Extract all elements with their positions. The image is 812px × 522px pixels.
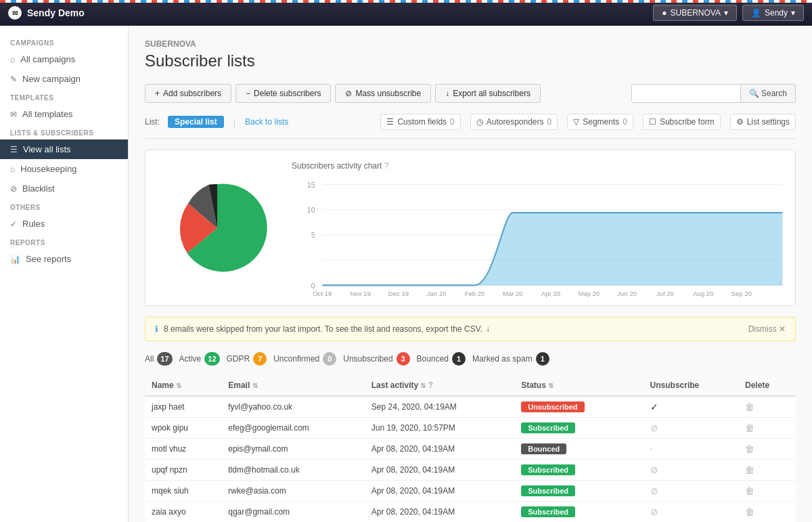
rules-icon: ✓ xyxy=(10,219,17,229)
svg-text:5: 5 xyxy=(311,231,315,239)
cell-delete[interactable]: 🗑 xyxy=(738,418,796,439)
brand-name: Sendy Demo xyxy=(27,7,85,18)
cell-unsubscribe[interactable]: - xyxy=(644,439,738,460)
add-subscribers-button[interactable]: + Add subscribers xyxy=(145,84,231,103)
tab-active[interactable]: Active 12 xyxy=(179,352,220,366)
svg-text:Jul 20: Jul 20 xyxy=(656,290,673,297)
custom-fields-button[interactable]: ☰ Custom fields 0 xyxy=(380,114,460,130)
trash-icon[interactable]: 🗑 xyxy=(745,443,754,454)
col-email: Email ⇅ xyxy=(221,375,365,396)
nav-right: ● SUBERNOVA ▾ 👤 Sendy ▾ xyxy=(653,5,804,21)
cell-last-activity: Apr 08, 2020, 04:19AM xyxy=(365,502,514,523)
segments-button[interactable]: ▽ Segments 0 xyxy=(567,114,633,130)
tab-gdpr[interactable]: GDPR 7 xyxy=(227,352,267,366)
cell-name: jaxp haet xyxy=(145,396,221,418)
sidebar-section-reports: Reports 📊 See reports xyxy=(0,234,128,269)
mail-icon: ✉ xyxy=(10,110,17,119)
tab-spam[interactable]: Marked as spam 1 xyxy=(472,352,549,366)
user-button[interactable]: 👤 Sendy ▾ xyxy=(742,5,804,21)
chart-help-icon: ? xyxy=(384,161,389,171)
cell-unsubscribe[interactable]: ⊘ xyxy=(644,460,738,481)
svg-text:Jan 20: Jan 20 xyxy=(427,290,447,297)
back-to-lists-link[interactable]: Back to lists xyxy=(245,117,288,127)
cell-last-activity: Sep 24, 2020, 04:19AM xyxy=(365,396,514,418)
cell-name: zaia axyo xyxy=(145,502,221,523)
cell-delete[interactable]: 🗑 xyxy=(738,481,796,502)
sidebar-item-rules[interactable]: ✓ Rules xyxy=(0,214,128,234)
cell-status: Subscribed xyxy=(514,418,643,439)
sidebar-item-label: Housekeeping xyxy=(20,164,76,174)
user-chevron: ▾ xyxy=(791,8,795,18)
line-chart: Subscribers activity chart ? 15 10 5 0 O… xyxy=(292,161,784,295)
cell-status: Bounced xyxy=(514,439,643,460)
export-icon: ↓ xyxy=(445,89,449,98)
block-icon: ⊘ xyxy=(650,464,658,475)
search-icon: 🔍 xyxy=(749,89,759,98)
cell-delete[interactable]: 🗑 xyxy=(738,502,796,523)
tab-bounced[interactable]: Bounced 1 xyxy=(417,352,466,366)
cell-name: mqek siuh xyxy=(145,481,221,502)
minus-icon: − xyxy=(246,89,250,98)
autoresponders-button[interactable]: ◷ Autoresponders 0 xyxy=(470,114,558,130)
sidebar-item-see-reports[interactable]: 📊 See reports xyxy=(0,249,128,269)
tab-unsubscribed-badge: 3 xyxy=(397,352,410,366)
cell-unsubscribe[interactable]: ✓ xyxy=(644,396,738,418)
cell-email: fyvl@yahoo.co.uk xyxy=(221,396,365,418)
sidebar-item-new-campaign[interactable]: ✎ New campaign xyxy=(0,69,128,89)
trash-icon[interactable]: 🗑 xyxy=(745,464,754,475)
sidebar-section-others: Others ✓ Rules xyxy=(0,198,128,234)
account-label: SUBERNOVA xyxy=(671,8,721,18)
mass-unsubscribe-button[interactable]: ⊘ Mass unsubscribe xyxy=(335,84,431,103)
cell-email: tldm@hotmail.co.uk xyxy=(221,460,365,481)
search-button[interactable]: 🔍 Search xyxy=(740,85,795,102)
tab-all[interactable]: All 17 xyxy=(145,352,173,366)
search-input[interactable] xyxy=(632,85,740,102)
export-button[interactable]: ↓ Export all subscribers xyxy=(435,84,541,103)
delete-subscribers-button[interactable]: − Delete subscribers xyxy=(235,84,331,103)
list-settings-button[interactable]: ⚙ List settings xyxy=(730,114,796,130)
account-button[interactable]: ● SUBERNOVA ▾ xyxy=(653,5,737,21)
subscribe-form-button[interactable]: ☐ Subscribe form xyxy=(643,114,721,130)
sidebar-item-all-campaigns[interactable]: ⌂ All campaigns xyxy=(0,49,128,69)
cell-delete[interactable]: 🗑 xyxy=(738,396,796,418)
subscribers-table: Name ⇅ Email ⇅ Last activity ⇅ ? Status … xyxy=(145,375,796,522)
svg-text:Aug 20: Aug 20 xyxy=(693,290,713,297)
tab-active-badge: 12 xyxy=(204,352,219,366)
cell-delete[interactable]: 🗑 xyxy=(738,460,796,481)
sidebar-item-all-templates[interactable]: ✉ All templates xyxy=(0,104,128,124)
status-badge: Subscribed xyxy=(521,464,575,475)
trash-icon[interactable]: 🗑 xyxy=(745,485,754,496)
list-name-badge: Special list xyxy=(168,116,224,128)
sidebar-item-label: View all lists xyxy=(23,144,71,154)
user-icon: 👤 xyxy=(751,8,761,18)
table-row: motl vhuz epis@ymail.com Apr 08, 2020, 0… xyxy=(145,439,796,460)
edit-icon: ✎ xyxy=(10,74,17,84)
pie-chart xyxy=(156,161,278,295)
sidebar-section-label-campaigns: Campaigns xyxy=(0,34,128,49)
cell-unsubscribe[interactable]: ⊘ xyxy=(644,481,738,502)
list-label: List: xyxy=(145,117,160,127)
sidebar-item-blacklist[interactable]: ⊘ Blacklist xyxy=(0,179,128,198)
cell-unsubscribe[interactable]: ⊘ xyxy=(644,418,738,439)
tab-unsubscribed[interactable]: Unsubscribed 3 xyxy=(343,352,409,366)
trash-icon[interactable]: 🗑 xyxy=(745,506,754,517)
cell-last-activity: Apr 08, 2020, 04:19AM xyxy=(365,439,514,460)
dismiss-button[interactable]: Dismiss ✕ xyxy=(748,324,786,334)
sidebar-item-view-all-lists[interactable]: ☰ View all lists xyxy=(0,139,128,159)
trash-icon[interactable]: 🗑 xyxy=(745,422,754,433)
cell-name: upqf npzn xyxy=(145,460,221,481)
help-icon: ? xyxy=(428,380,433,390)
tab-unconfirmed[interactable]: Unconfirmed 0 xyxy=(273,352,336,366)
trash-icon[interactable]: 🗑 xyxy=(745,401,754,412)
list-navigation: List: Special list | Back to lists ☰ Cus… xyxy=(145,114,796,139)
sidebar-item-housekeeping[interactable]: ⌂ Housekeeping xyxy=(0,159,128,179)
sort-icon: ⇅ xyxy=(548,382,554,389)
chart-icon: 📊 xyxy=(10,255,20,264)
cell-delete[interactable]: 🗑 xyxy=(738,439,796,460)
cell-name: wpok gipu xyxy=(145,418,221,439)
cell-last-activity: Jun 19, 2020, 10:57PM xyxy=(365,418,514,439)
svg-text:0: 0 xyxy=(311,282,315,290)
cell-unsubscribe[interactable]: ⊘ xyxy=(644,502,738,523)
cell-status: Subscribed xyxy=(514,502,643,523)
svg-text:Jun 20: Jun 20 xyxy=(617,290,637,297)
